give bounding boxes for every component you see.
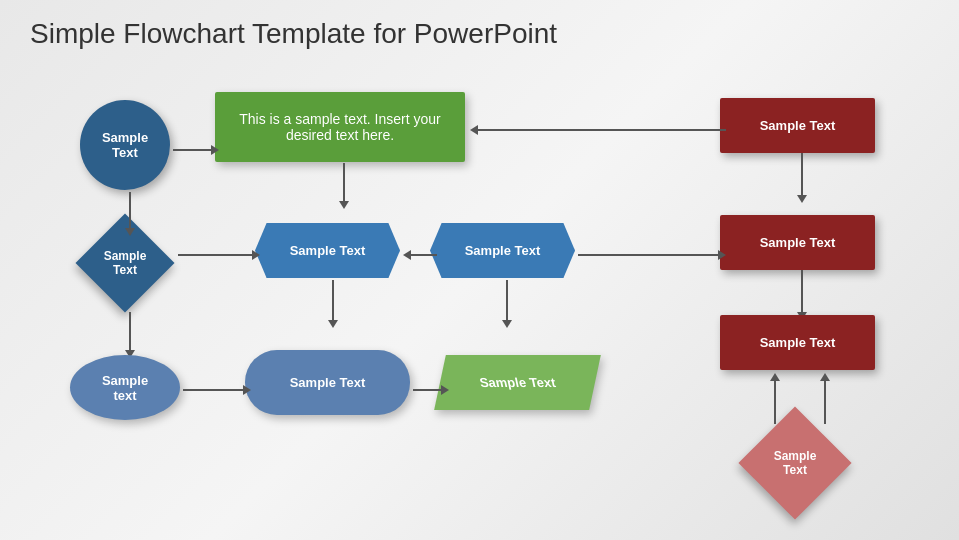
blue-rect2-shape: Sample Text <box>430 223 575 278</box>
arrow-oval-rounded <box>183 385 251 395</box>
diamond1-shape: SampleText <box>75 218 175 308</box>
arrow-green-down <box>339 163 349 212</box>
green-rect-shape: This is a sample text. Insert your desir… <box>215 92 465 162</box>
pink-diamond-label: SampleText <box>740 410 850 515</box>
red-rect1-shape: Sample Text <box>720 98 875 153</box>
red-rect3-label: Sample Text <box>760 335 836 350</box>
blue-rect2-label: Sample Text <box>465 243 541 258</box>
oval-label: Sampletext <box>102 373 148 403</box>
pink-diamond-shape: SampleText <box>740 410 850 515</box>
oval-shape: Sampletext <box>70 355 180 420</box>
rounded-rect-label: Sample Text <box>290 375 366 390</box>
arrow-diamond-bluerect1 <box>178 250 260 260</box>
circle-shape: Sample Text <box>80 100 170 190</box>
arrow-red1-green <box>470 125 726 135</box>
flowchart-canvas: Sample Text This is a sample text. Inser… <box>0 70 959 540</box>
arrow-bluerect2-redrect2 <box>578 250 726 260</box>
arrow-bluerect2-parallelogram <box>502 280 512 331</box>
circle-label: Sample Text <box>102 130 148 160</box>
arrow-diamond-oval <box>125 312 135 361</box>
arrow-circle-green <box>173 145 219 155</box>
red-rect1-label: Sample Text <box>760 118 836 133</box>
rounded-rect-shape: Sample Text <box>245 350 410 415</box>
blue-rect1-label: Sample Text <box>290 243 366 258</box>
green-rect-label: This is a sample text. Insert your desir… <box>215 111 465 143</box>
red-rect2-shape: Sample Text <box>720 215 875 270</box>
arrow-bluerect1-rounded <box>328 280 338 331</box>
arrow-bluerect2-bluerect1 <box>403 250 437 260</box>
diamond1-label: SampleText <box>75 218 175 308</box>
page-title: Simple Flowchart Template for PowerPoint <box>0 0 959 60</box>
parallelogram-label: Sample Text <box>478 375 557 390</box>
red-rect2-label: Sample Text <box>760 235 836 250</box>
parallelogram-shape: Sample Text <box>440 355 595 410</box>
red-rect3-shape: Sample Text <box>720 315 875 370</box>
blue-rect1-shape: Sample Text <box>255 223 400 278</box>
arrow-red1-down <box>797 153 807 206</box>
